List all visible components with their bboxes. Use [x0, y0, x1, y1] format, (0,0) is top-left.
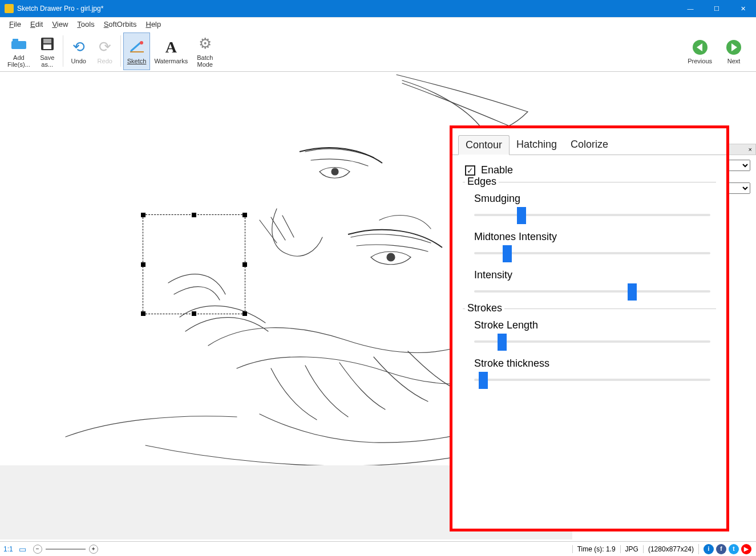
sketch-button[interactable]: Sketch	[123, 33, 151, 70]
smudging-slider[interactable]	[474, 207, 710, 223]
zoom-slider[interactable]	[46, 549, 86, 550]
handle-sw[interactable]	[141, 311, 145, 316]
edges-group: Edges Smudging Midtones Intensity Intens…	[463, 182, 716, 299]
selection-box[interactable]	[143, 214, 245, 314]
handle-n[interactable]	[192, 213, 196, 217]
share-icon[interactable]: i	[704, 544, 714, 554]
tab-contour[interactable]: Contour	[458, 135, 510, 155]
toolbar: Add File(s)... Save as... ⟲ Undo ⟳ Redo …	[0, 31, 756, 72]
batch-mode-button[interactable]: ⚙ Batch Mode	[192, 33, 218, 70]
watermarks-icon: A	[162, 38, 180, 56]
enable-checkbox[interactable]: ✓ Enable	[465, 164, 718, 176]
undo-icon: ⟲	[70, 38, 88, 56]
statusbar: 1:1 ▭ − + Time (s): 1.9 JPG (1280x877x24…	[0, 541, 756, 556]
intensity-label: Intensity	[474, 269, 710, 281]
svg-point-12	[387, 253, 395, 261]
stroke-thickness-slider[interactable]	[474, 372, 710, 388]
twitter-icon[interactable]: t	[729, 544, 739, 554]
svg-rect-0	[11, 41, 26, 49]
zoom-control[interactable]: − +	[29, 545, 103, 554]
app-icon	[5, 4, 14, 13]
smudging-label: Smudging	[474, 193, 710, 205]
gear-icon: ⚙	[196, 35, 214, 53]
add-files-icon	[10, 35, 28, 53]
handle-se[interactable]	[242, 311, 247, 316]
titlebar: Sketch Drawer Pro - girl.jpg* — ☐ ✕	[0, 0, 756, 17]
ratio-label[interactable]: 1:1	[0, 545, 17, 553]
svg-point-11	[331, 168, 338, 175]
add-files-button[interactable]: Add File(s)...	[3, 33, 34, 70]
menu-edit[interactable]: Edit	[26, 19, 47, 30]
menu-softorbits[interactable]: SoftOrbits	[99, 19, 142, 30]
intensity-slider[interactable]	[474, 283, 710, 299]
previous-button[interactable]: Previous	[684, 33, 716, 70]
minimize-button[interactable]: —	[677, 0, 704, 17]
redo-button: ⟳ Redo	[92, 33, 118, 70]
facebook-icon[interactable]: f	[716, 544, 726, 554]
midtones-slider[interactable]	[474, 245, 710, 261]
handle-w[interactable]	[141, 262, 145, 267]
undo-button[interactable]: ⟲ Undo	[66, 33, 92, 70]
dims-label: (1280x877x24)	[643, 545, 698, 553]
stroke-length-label: Stroke Length	[474, 319, 710, 331]
format-label: JPG	[620, 545, 643, 553]
panel-tabs: Contour Hatching Colorize	[452, 128, 726, 155]
menu-view[interactable]: View	[47, 19, 72, 30]
contour-settings-panel: Contour Hatching Colorize ✓ Enable Edges…	[450, 125, 729, 531]
svg-rect-1	[13, 39, 18, 42]
save-as-button[interactable]: Save as...	[34, 33, 60, 70]
prev-icon	[691, 38, 709, 56]
zoom-in-button[interactable]: +	[89, 545, 98, 554]
strokes-group: Strokes Stroke Length Stroke thickness	[463, 309, 716, 388]
fit-icon[interactable]: ▭	[17, 545, 29, 554]
checkbox-icon: ✓	[465, 165, 475, 176]
watermarks-button[interactable]: A Watermarks	[150, 33, 192, 70]
social-links: i f t ▶	[698, 544, 756, 554]
zoom-out-button[interactable]: −	[33, 545, 42, 554]
midtones-label: Midtones Intensity	[474, 231, 710, 243]
sketch-icon	[128, 38, 146, 56]
handle-nw[interactable]	[141, 213, 145, 217]
maximize-button[interactable]: ☐	[704, 0, 730, 17]
handle-ne[interactable]	[242, 213, 247, 217]
next-icon	[725, 38, 743, 56]
menu-help[interactable]: Help	[141, 19, 165, 30]
menu-tools[interactable]: Tools	[72, 19, 99, 30]
tab-colorize[interactable]: Colorize	[564, 135, 615, 155]
svg-rect-4	[43, 44, 51, 49]
next-button[interactable]: Next	[721, 33, 747, 70]
redo-icon: ⟳	[96, 38, 114, 56]
time-label: Time (s): 1.9	[572, 545, 620, 553]
handle-s[interactable]	[192, 311, 196, 316]
save-icon	[38, 35, 56, 53]
menubar: File Edit View Tools SoftOrbits Help	[0, 17, 756, 31]
svg-rect-3	[43, 39, 51, 43]
close-button[interactable]: ✕	[730, 0, 756, 17]
handle-e[interactable]	[242, 262, 247, 267]
svg-point-6	[140, 41, 143, 44]
stroke-thickness-label: Stroke thickness	[474, 358, 710, 370]
toolbox-close-icon[interactable]: ×	[749, 146, 752, 153]
window-title: Sketch Drawer Pro - girl.jpg*	[17, 5, 103, 13]
youtube-icon[interactable]: ▶	[741, 544, 751, 554]
stroke-length-slider[interactable]	[474, 334, 710, 350]
tab-hatching[interactable]: Hatching	[510, 135, 564, 155]
menu-file[interactable]: File	[5, 19, 26, 30]
